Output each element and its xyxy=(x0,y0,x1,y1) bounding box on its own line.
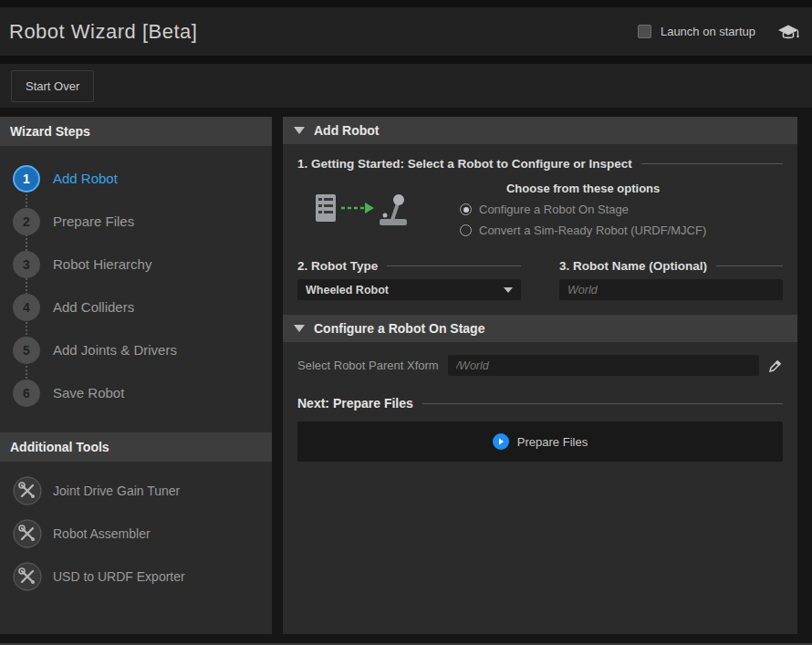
step-number-badge: 6 xyxy=(13,380,40,407)
tool-label: USD to URDF Exporter xyxy=(53,569,185,584)
wizard-steps-sidebar: Wizard Steps 1 Add Robot 2 Prepare Files… xyxy=(0,117,272,634)
additional-tools-list: Joint Drive Gain Tuner Robot Assembler xyxy=(0,462,272,598)
wizard-main-panel: Add Robot 1. Getting Started: Select a R… xyxy=(283,117,797,634)
robot-name-input[interactable] xyxy=(559,279,783,300)
wizard-steps-list: 1 Add Robot 2 Prepare Files 3 Robot Hier… xyxy=(0,146,272,414)
step-label: Add Robot xyxy=(53,171,118,186)
step-label: Prepare Files xyxy=(53,213,134,229)
sidebar-step-add-colliders[interactable]: 4 Add Colliders xyxy=(13,286,272,328)
robot-type-dropdown[interactable]: Wheeled Robot xyxy=(297,279,521,300)
step-number-badge: 5 xyxy=(13,337,40,364)
divider-rule xyxy=(641,163,783,164)
parent-xform-label: Select Robot Parent Xform xyxy=(297,359,439,372)
step-number-badge: 2 xyxy=(13,208,40,235)
radio-convert-sim-ready-robot[interactable]: Convert a Sim-Ready Robot (URDF/MJCF) xyxy=(460,224,706,237)
add-robot-section-body: 1. Getting Started: Select a Robot to Co… xyxy=(283,144,797,315)
step-number-badge: 4 xyxy=(13,294,40,321)
title-bar: Robot Wizard [Beta] Launch on startup xyxy=(0,7,812,57)
sidebar-step-robot-hierarchy[interactable]: 3 Robot Hierarchy xyxy=(13,243,272,286)
radio-button-icon xyxy=(460,203,472,215)
divider-rule xyxy=(422,403,783,404)
stage-to-robot-graphic xyxy=(314,189,414,233)
parent-xform-input[interactable] xyxy=(448,355,759,376)
configure-section-body: Select Robot Parent Xform Next: Prepare … xyxy=(283,342,797,476)
robot-type-value: Wheeled Robot xyxy=(306,284,504,296)
prepare-files-button-label: Prepare Files xyxy=(517,435,588,449)
wizard-steps-title: Wizard Steps xyxy=(0,117,272,146)
step-label: Add Colliders xyxy=(53,299,134,315)
section-header-add-robot[interactable]: Add Robot xyxy=(283,117,797,144)
tool-label: Joint Drive Gain Tuner xyxy=(53,484,180,498)
getting-started-heading: 1. Getting Started: Select a Robot to Co… xyxy=(297,157,632,171)
next-prepare-files-label: Next: Prepare Files xyxy=(297,396,413,411)
additional-tools-title: Additional Tools xyxy=(0,432,272,462)
tool-usd-to-urdf-exporter[interactable]: USD to URDF Exporter xyxy=(13,555,272,598)
robot-name-label: 3. Robot Name (Optional) xyxy=(559,259,707,273)
section-title: Configure a Robot On Stage xyxy=(314,321,484,336)
crossed-tools-icon xyxy=(13,519,42,548)
window-top-strip xyxy=(0,0,812,7)
separator xyxy=(0,57,812,64)
robot-wizard-window: Robot Wizard [Beta] Launch on startup St… xyxy=(0,0,812,645)
radio-configure-robot-on-stage[interactable]: Configure a Robot On Stage xyxy=(460,203,706,216)
radio-label: Configure a Robot On Stage xyxy=(479,203,629,216)
crossed-tools-icon xyxy=(13,562,42,591)
step-label: Save Robot xyxy=(53,385,124,401)
sidebar-step-prepare-files[interactable]: 2 Prepare Files xyxy=(13,200,272,243)
content-area: Wizard Steps 1 Add Robot 2 Prepare Files… xyxy=(0,108,812,643)
tool-label: Robot Assembler xyxy=(53,526,151,541)
collapse-triangle-icon xyxy=(294,127,305,134)
step-number-badge: 3 xyxy=(13,251,40,278)
section-header-configure-robot-on-stage[interactable]: Configure a Robot On Stage xyxy=(283,315,797,342)
graduation-cap-icon[interactable] xyxy=(777,24,799,40)
toolbar: Start Over xyxy=(0,64,812,108)
collapse-triangle-icon xyxy=(294,325,305,332)
robot-type-label: 2. Robot Type xyxy=(297,259,378,273)
step-label: Add Joints & Drivers xyxy=(53,342,177,358)
chevron-down-icon xyxy=(504,287,513,293)
divider-rule xyxy=(716,265,783,266)
section-title: Add Robot xyxy=(314,123,380,138)
choose-options-label: Choose from these options xyxy=(460,182,706,195)
sidebar-step-save-robot[interactable]: 6 Save Robot xyxy=(13,371,272,414)
launch-on-startup-label: Launch on startup xyxy=(661,25,755,38)
tool-robot-assembler[interactable]: Robot Assembler xyxy=(13,512,272,555)
sidebar-step-add-joints-drivers[interactable]: 5 Add Joints & Drivers xyxy=(13,328,272,371)
step-number-badge: 1 xyxy=(13,165,40,192)
radio-label: Convert a Sim-Ready Robot (URDF/MJCF) xyxy=(479,224,706,237)
arrow-right-circle-icon xyxy=(493,433,509,450)
crossed-tools-icon xyxy=(13,476,42,505)
start-over-button[interactable]: Start Over xyxy=(11,70,94,102)
launch-on-startup-checkbox[interactable] xyxy=(638,25,651,38)
page-title: Robot Wizard [Beta] xyxy=(9,20,197,44)
step-label: Robot Hierarchy xyxy=(53,256,151,272)
tool-joint-drive-gain-tuner[interactable]: Joint Drive Gain Tuner xyxy=(13,469,272,512)
divider-rule xyxy=(387,265,521,266)
eyedropper-icon[interactable] xyxy=(768,359,783,373)
radio-button-icon xyxy=(460,224,472,236)
prepare-files-button[interactable]: Prepare Files xyxy=(297,421,783,462)
sidebar-step-add-robot[interactable]: 1 Add Robot xyxy=(13,157,272,200)
